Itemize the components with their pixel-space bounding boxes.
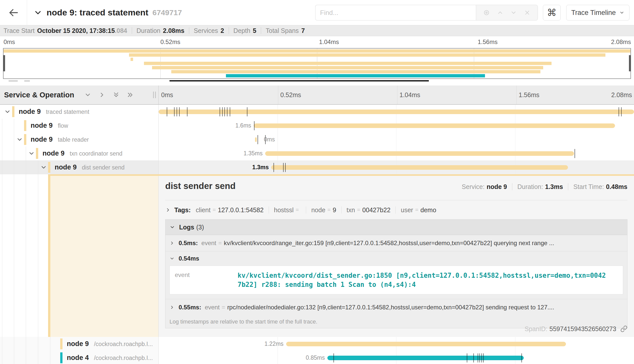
span-name-cell[interactable]: node 9 table reader [0,133,159,146]
clear-find-icon[interactable] [524,9,531,16]
collapse-all-icon[interactable] [127,91,134,98]
expand-all-icon[interactable] [113,91,120,98]
trace-start-millis: .084 [115,27,127,34]
span-bar[interactable] [271,165,568,170]
total-spans-label: Total Spans [266,27,299,34]
log-timestamp: 0.54ms [179,255,199,262]
selected-span-color-bar [48,174,50,337]
keyboard-shortcuts-button[interactable]: ⌘ [543,5,561,20]
log-marker [179,107,180,116]
back-button[interactable] [0,0,27,25]
span-detail-row: dist sender send Service: node 9 Duratio… [0,174,634,337]
minimap-span-bar [131,58,133,61]
log-marker [258,135,258,144]
next-match-icon[interactable] [510,9,517,16]
duration-label: 1.6ms [235,119,251,133]
chevron-right-icon [170,241,175,246]
log-marker [187,107,187,116]
locate-match-icon[interactable] [483,9,490,16]
trace-minimap[interactable] [3,48,631,79]
logs-header[interactable]: Logs (3) [165,220,627,235]
indent-guide [2,119,2,133]
indent-guide [2,351,2,364]
log-entry-1[interactable]: 0.5ms: event = kv/kvclient/kvcoord/range… [165,235,627,251]
duration-value: 2.08ms [163,27,184,34]
span-row-traced-statement: node 9 traced statement [0,105,634,119]
trace-viewer: node 9: traced statement 6749717 ⌘ Trace… [0,0,634,364]
expand-collapse-controls [84,91,134,98]
collapse-one-level-icon[interactable] [98,91,105,98]
start-time-value: 0.48ms [606,183,627,190]
detail-accent-border [48,174,634,176]
span-name-cell[interactable]: node 9 /cockroach.roachpb.I... [0,337,159,351]
trace-view-dropdown[interactable]: Trace Timeline [566,5,629,20]
find-input[interactable] [315,5,476,20]
minimap-tick-2: 1.04ms [319,38,339,46]
collapse-chevron-icon[interactable] [28,150,35,157]
log-marker [224,107,225,116]
span-row-node4-roachpb: node 4 /cockroach.roachpb.I... 0.85ms [0,351,634,364]
duration-label: 1.3ms [252,160,269,174]
duration-label: 0ms [264,133,275,146]
minimap-right-drag-handle[interactable] [629,55,631,71]
span-bar[interactable] [254,123,615,128]
service-name: node 9 [55,163,77,171]
trace-start-label: Trace Start [4,27,35,34]
span-name-cell[interactable]: node 9 txn coordinator send [0,146,159,160]
tags-row[interactable]: Tags: client = 127.0.0.1:54582 hostssl =… [165,203,436,217]
indent-guide [14,160,14,174]
log-marker [167,107,167,116]
collapse-chevron-icon[interactable] [16,136,23,143]
minimap-scroll-track [3,80,631,82]
span-name-cell[interactable]: node 9 dist sender send [0,160,159,174]
collapse-chevron-icon[interactable] [40,164,47,171]
duration-label: Duration [137,27,161,34]
page-title: node 9: traced statement [47,8,148,17]
span-name-cell[interactable]: node 9 flow [0,119,159,133]
operation-name: traced statement [46,109,89,115]
collapse-title-chevron-icon[interactable] [33,8,43,17]
tag-value: 9 [333,206,336,214]
collapse-chevron-icon[interactable] [4,108,11,115]
operation-name: dist sender send [82,164,124,171]
minimap-left-drag-handle[interactable] [3,55,5,71]
depth-label: Depth [234,27,250,34]
log-marker [174,107,175,116]
span-timeline-cell [159,105,634,119]
span-id-value: 5597415943526560273 [550,325,616,333]
log-marker [222,107,223,116]
logs-title: Logs [179,224,194,231]
indent-guide [26,160,26,174]
minimap-scrollbar[interactable] [170,80,429,81]
indent-guide [26,351,26,364]
expand-one-level-icon[interactable] [84,91,91,98]
duration-label: 0.85ms [306,351,325,364]
span-bar[interactable] [265,151,574,156]
logs-count: (3) [196,224,204,231]
log-marker [177,107,177,116]
previous-match-icon[interactable] [497,9,503,16]
log-marker [479,353,480,362]
minimap-span-bar [171,70,541,73]
span-name-cell[interactable]: node 9 traced statement [0,105,159,119]
detail-meta: Service: node 9 Duration: 1.3ms Start Ti… [462,180,627,193]
indent-guide [14,351,14,364]
span-bar[interactable] [286,342,566,346]
link-icon[interactable] [620,325,627,332]
column-resize-grip[interactable] [153,92,156,98]
log-entry-3[interactable]: 0.55ms: event = rpc/nodedialer/nodediale… [165,299,627,315]
span-color-bar [24,134,26,145]
tag-key: node [311,206,325,214]
log-entry-2-header[interactable]: 0.54ms [165,251,627,266]
span-name-cell[interactable]: node 4 /cockroach.roachpb.I... [0,351,159,364]
operation-name: /cockroach.roachpb.I... [94,355,153,361]
operation-name: txn coordinator send [70,150,122,157]
chevron-right-icon [165,207,171,213]
service-name: node 9 [19,108,41,115]
logs-section: Logs (3) 0.5ms: event = kv/kvclient/kvco… [165,219,627,328]
indent-guide [14,119,14,133]
minimap-span-bar [152,66,543,69]
span-bar[interactable] [255,137,257,142]
indent-guide [38,351,38,364]
span-bar[interactable] [327,356,524,360]
